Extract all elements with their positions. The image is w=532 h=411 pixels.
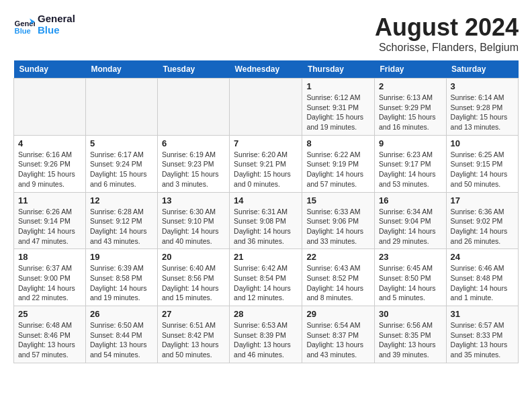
day-number: 25: [18, 309, 81, 319]
day-number: 4: [18, 138, 81, 148]
svg-text:Blue: Blue: [15, 26, 31, 34]
day-info: Sunrise: 6:17 AM Sunset: 9:24 PM Dayligh…: [90, 150, 153, 189]
header-saturday: Saturday: [446, 60, 518, 79]
calendar-cell: 26Sunrise: 6:50 AM Sunset: 8:44 PM Dayli…: [85, 306, 157, 363]
day-info: Sunrise: 6:23 AM Sunset: 9:17 PM Dayligh…: [379, 150, 442, 189]
day-number: 17: [451, 195, 514, 205]
header-monday: Monday: [85, 60, 157, 79]
day-number: 11: [18, 195, 81, 205]
calendar-cell: 24Sunrise: 6:46 AM Sunset: 8:48 PM Dayli…: [446, 249, 518, 306]
day-number: 15: [306, 195, 370, 205]
day-number: 13: [162, 195, 225, 205]
day-info: Sunrise: 6:26 AM Sunset: 9:14 PM Dayligh…: [18, 207, 81, 246]
header-friday: Friday: [374, 60, 446, 79]
day-number: 30: [379, 309, 442, 319]
day-info: Sunrise: 6:36 AM Sunset: 9:02 PM Dayligh…: [451, 207, 514, 246]
calendar-cell: 23Sunrise: 6:45 AM Sunset: 8:50 PM Dayli…: [374, 249, 446, 306]
day-number: 2: [379, 81, 442, 91]
day-number: 8: [306, 138, 370, 148]
week-row-1: 4Sunrise: 6:16 AM Sunset: 9:26 PM Daylig…: [14, 135, 519, 192]
calendar-cell: [85, 79, 157, 136]
day-number: 22: [306, 252, 370, 262]
day-number: 24: [451, 252, 514, 262]
day-number: 20: [162, 252, 225, 262]
logo-icon: General Blue: [13, 14, 35, 36]
day-info: Sunrise: 6:28 AM Sunset: 9:12 PM Dayligh…: [90, 207, 153, 246]
calendar-cell: 29Sunrise: 6:54 AM Sunset: 8:37 PM Dayli…: [302, 306, 375, 363]
day-info: Sunrise: 6:50 AM Sunset: 8:44 PM Dayligh…: [90, 320, 153, 360]
calendar-cell: 27Sunrise: 6:51 AM Sunset: 8:42 PM Dayli…: [157, 306, 229, 363]
week-row-4: 25Sunrise: 6:48 AM Sunset: 8:46 PM Dayli…: [14, 306, 519, 363]
day-info: Sunrise: 6:19 AM Sunset: 9:23 PM Dayligh…: [162, 150, 225, 189]
day-info: Sunrise: 6:45 AM Sunset: 8:50 PM Dayligh…: [379, 263, 442, 303]
week-row-2: 11Sunrise: 6:26 AM Sunset: 9:14 PM Dayli…: [14, 192, 519, 249]
day-info: Sunrise: 6:57 AM Sunset: 8:33 PM Dayligh…: [451, 320, 514, 360]
day-info: Sunrise: 6:12 AM Sunset: 9:31 PM Dayligh…: [306, 93, 370, 132]
calendar-cell: 1Sunrise: 6:12 AM Sunset: 9:31 PM Daylig…: [302, 79, 375, 136]
day-info: Sunrise: 6:51 AM Sunset: 8:42 PM Dayligh…: [162, 320, 225, 360]
calendar-cell: 22Sunrise: 6:43 AM Sunset: 8:52 PM Dayli…: [302, 249, 375, 306]
day-number: 1: [306, 81, 370, 91]
day-number: 3: [451, 81, 514, 91]
day-info: Sunrise: 6:48 AM Sunset: 8:46 PM Dayligh…: [18, 320, 81, 360]
day-number: 9: [379, 138, 442, 148]
day-info: Sunrise: 6:31 AM Sunset: 9:08 PM Dayligh…: [234, 207, 298, 246]
calendar-cell: 12Sunrise: 6:28 AM Sunset: 9:12 PM Dayli…: [85, 192, 157, 249]
calendar-cell: 6Sunrise: 6:19 AM Sunset: 9:23 PM Daylig…: [157, 135, 229, 192]
logo-text-general: General: [38, 13, 75, 25]
calendar-cell: [230, 79, 302, 136]
day-number: 27: [162, 309, 225, 319]
page-header: General Blue General Blue August 2024 Sc…: [13, 13, 519, 54]
calendar-cell: 30Sunrise: 6:56 AM Sunset: 8:35 PM Dayli…: [374, 306, 446, 363]
day-info: Sunrise: 6:42 AM Sunset: 8:54 PM Dayligh…: [234, 263, 298, 303]
calendar-cell: 16Sunrise: 6:34 AM Sunset: 9:04 PM Dayli…: [374, 192, 446, 249]
day-info: Sunrise: 6:54 AM Sunset: 8:37 PM Dayligh…: [306, 320, 370, 360]
calendar-cell: 25Sunrise: 6:48 AM Sunset: 8:46 PM Dayli…: [14, 306, 86, 363]
calendar-table: SundayMondayTuesdayWednesdayThursdayFrid…: [13, 60, 519, 363]
day-info: Sunrise: 6:56 AM Sunset: 8:35 PM Dayligh…: [379, 320, 442, 360]
day-info: Sunrise: 6:46 AM Sunset: 8:48 PM Dayligh…: [451, 263, 514, 303]
day-info: Sunrise: 6:33 AM Sunset: 9:06 PM Dayligh…: [306, 207, 370, 246]
logo-text-blue: Blue: [38, 25, 75, 36]
calendar-cell: 7Sunrise: 6:20 AM Sunset: 9:21 PM Daylig…: [230, 135, 302, 192]
day-number: 29: [306, 309, 370, 319]
calendar-cell: 15Sunrise: 6:33 AM Sunset: 9:06 PM Dayli…: [302, 192, 375, 249]
calendar-cell: 13Sunrise: 6:30 AM Sunset: 9:10 PM Dayli…: [157, 192, 229, 249]
day-info: Sunrise: 6:20 AM Sunset: 9:21 PM Dayligh…: [234, 150, 298, 189]
calendar-header-row: SundayMondayTuesdayWednesdayThursdayFrid…: [14, 60, 519, 79]
day-number: 7: [234, 138, 298, 148]
calendar-cell: [14, 79, 86, 136]
calendar-cell: 8Sunrise: 6:22 AM Sunset: 9:19 PM Daylig…: [302, 135, 375, 192]
logo: General Blue General Blue: [13, 13, 75, 36]
day-number: 26: [90, 309, 153, 319]
calendar-cell: 17Sunrise: 6:36 AM Sunset: 9:02 PM Dayli…: [446, 192, 518, 249]
day-info: Sunrise: 6:34 AM Sunset: 9:04 PM Dayligh…: [379, 207, 442, 246]
header-sunday: Sunday: [14, 60, 86, 79]
day-info: Sunrise: 6:53 AM Sunset: 8:39 PM Dayligh…: [234, 320, 298, 360]
day-info: Sunrise: 6:30 AM Sunset: 9:10 PM Dayligh…: [162, 207, 225, 246]
day-info: Sunrise: 6:22 AM Sunset: 9:19 PM Dayligh…: [306, 150, 370, 189]
calendar-cell: 21Sunrise: 6:42 AM Sunset: 8:54 PM Dayli…: [230, 249, 302, 306]
day-info: Sunrise: 6:40 AM Sunset: 8:56 PM Dayligh…: [162, 263, 225, 303]
header-tuesday: Tuesday: [157, 60, 229, 79]
calendar-cell: 20Sunrise: 6:40 AM Sunset: 8:56 PM Dayli…: [157, 249, 229, 306]
day-number: 18: [18, 252, 81, 262]
day-number: 23: [379, 252, 442, 262]
calendar-cell: 18Sunrise: 6:37 AM Sunset: 9:00 PM Dayli…: [14, 249, 86, 306]
day-info: Sunrise: 6:39 AM Sunset: 8:58 PM Dayligh…: [90, 263, 153, 303]
calendar-cell: 11Sunrise: 6:26 AM Sunset: 9:14 PM Dayli…: [14, 192, 86, 249]
day-info: Sunrise: 6:25 AM Sunset: 9:15 PM Dayligh…: [451, 150, 514, 189]
week-row-0: 1Sunrise: 6:12 AM Sunset: 9:31 PM Daylig…: [14, 79, 519, 136]
week-row-3: 18Sunrise: 6:37 AM Sunset: 9:00 PM Dayli…: [14, 249, 519, 306]
day-number: 21: [234, 252, 298, 262]
day-info: Sunrise: 6:16 AM Sunset: 9:26 PM Dayligh…: [18, 150, 81, 189]
day-info: Sunrise: 6:13 AM Sunset: 9:29 PM Dayligh…: [379, 93, 442, 132]
day-number: 16: [379, 195, 442, 205]
calendar-cell: 28Sunrise: 6:53 AM Sunset: 8:39 PM Dayli…: [230, 306, 302, 363]
calendar-cell: 2Sunrise: 6:13 AM Sunset: 9:29 PM Daylig…: [374, 79, 446, 136]
calendar-cell: 19Sunrise: 6:39 AM Sunset: 8:58 PM Dayli…: [85, 249, 157, 306]
calendar-cell: 31Sunrise: 6:57 AM Sunset: 8:33 PM Dayli…: [446, 306, 518, 363]
location-subtitle: Schorisse, Flanders, Belgium: [375, 42, 519, 54]
calendar-cell: [157, 79, 229, 136]
calendar-cell: 5Sunrise: 6:17 AM Sunset: 9:24 PM Daylig…: [85, 135, 157, 192]
